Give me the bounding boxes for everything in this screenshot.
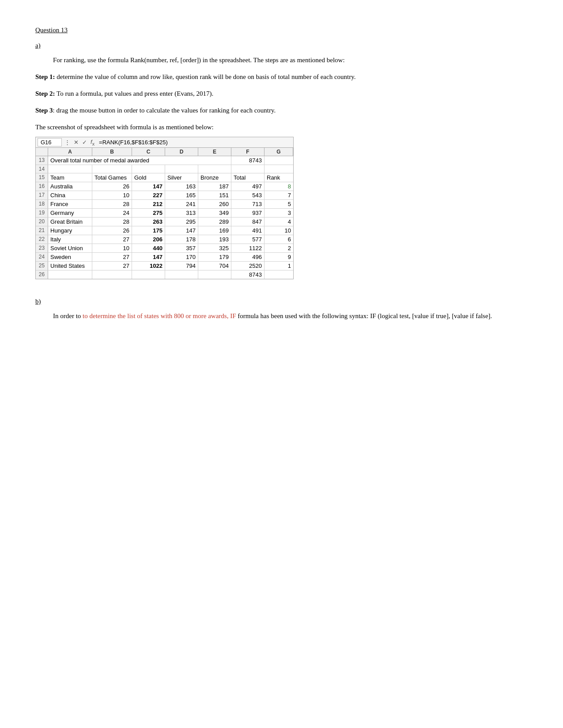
ss-cell-26-F: 8743 bbox=[231, 270, 264, 279]
row-num: 21 bbox=[36, 226, 48, 235]
ss-cell-21-C: 175 bbox=[132, 226, 165, 235]
section-b-red-text: to determine the list of states with 800… bbox=[83, 312, 236, 319]
row-num: 26 bbox=[36, 270, 48, 279]
step1-paragraph: Step 1: determine the value of column an… bbox=[35, 71, 528, 82]
ss-cell-15-A: Team bbox=[48, 173, 92, 182]
section-b: b) In order to to determine the list of … bbox=[35, 298, 528, 321]
ss-cell-14-C bbox=[132, 165, 165, 173]
ss-cell-25-B: 27 bbox=[92, 262, 132, 270]
ss-cell-24-G: 9 bbox=[264, 253, 293, 261]
ss-cell-14-G bbox=[264, 165, 293, 173]
row-num: 24 bbox=[36, 253, 48, 261]
table-row: 15 Team Total Games Gold Silver Bronze T… bbox=[36, 173, 293, 182]
ss-cell-15-G: Rank bbox=[264, 173, 293, 182]
table-row: 16 Australia 26 147 163 187 497 8 bbox=[36, 182, 293, 191]
col-header-C: C bbox=[132, 148, 165, 156]
formula-x-icon: ✕ bbox=[73, 139, 79, 146]
ss-cell-17-A: China bbox=[48, 191, 92, 199]
step3-paragraph: Step 3: drag the mouse button in order t… bbox=[35, 105, 528, 116]
ss-cell-19-D: 313 bbox=[165, 209, 198, 217]
ss-cell-18-A: France bbox=[48, 200, 92, 208]
ss-cell-17-C: 227 bbox=[132, 191, 165, 199]
section-b-paragraph: In order to to determine the list of sta… bbox=[35, 311, 528, 321]
row-num: 20 bbox=[36, 218, 48, 226]
step1-text: determine the value of column and row li… bbox=[55, 73, 356, 80]
question-title: Question 13 bbox=[35, 26, 528, 34]
ss-cell-23-G: 2 bbox=[264, 244, 293, 252]
table-row: 20 Great Britain 28 263 295 289 847 4 bbox=[36, 218, 293, 226]
table-row: 14 bbox=[36, 165, 293, 173]
col-header-G: G bbox=[264, 148, 293, 156]
ss-cell-24-C: 147 bbox=[132, 253, 165, 261]
ss-cell-23-E: 325 bbox=[198, 244, 231, 252]
screenshot-label: The screenshot of spreadsheet with formu… bbox=[35, 122, 528, 132]
ss-cell-15-C: Gold bbox=[132, 173, 165, 182]
ss-cell-16-A: Australia bbox=[48, 182, 92, 191]
ss-cell-22-E: 193 bbox=[198, 235, 231, 244]
ss-cell-13-G bbox=[264, 156, 293, 165]
ss-cell-21-F: 491 bbox=[231, 226, 264, 235]
row-num: 22 bbox=[36, 235, 48, 244]
ss-cell-14-F bbox=[231, 165, 264, 173]
ss-cell-20-E: 289 bbox=[198, 218, 231, 226]
ss-cell-20-F: 847 bbox=[231, 218, 264, 226]
ss-cell-23-F: 1122 bbox=[231, 244, 264, 252]
ss-cell-24-F: 496 bbox=[231, 253, 264, 261]
row-num-header bbox=[36, 148, 48, 156]
ss-cell-18-G: 5 bbox=[264, 200, 293, 208]
ss-cell-20-D: 295 bbox=[165, 218, 198, 226]
step3-bold: Step 3 bbox=[35, 107, 53, 114]
ss-cell-23-C: 440 bbox=[132, 244, 165, 252]
step2-bold: Step 2: bbox=[35, 90, 55, 97]
ss-cell-26-A bbox=[48, 270, 92, 279]
ss-cell-25-D: 794 bbox=[165, 262, 198, 270]
step1-bold: Step 1: bbox=[35, 73, 55, 80]
ss-cell-22-A: Italy bbox=[48, 235, 92, 244]
col-header-F: F bbox=[231, 148, 264, 156]
table-row: 17 China 10 227 165 151 543 7 bbox=[36, 191, 293, 200]
ss-cell-16-C: 147 bbox=[132, 182, 165, 191]
step2-paragraph: Step 2: To run a formula, put values and… bbox=[35, 88, 528, 99]
ss-cell-22-G: 6 bbox=[264, 235, 293, 244]
ss-cell-24-B: 27 bbox=[92, 253, 132, 261]
ss-cell-19-B: 24 bbox=[92, 209, 132, 217]
row-num: 19 bbox=[36, 209, 48, 217]
step2-text: To run a formula, put values and press e… bbox=[55, 90, 214, 97]
col-header-D: D bbox=[165, 148, 198, 156]
ss-cell-22-D: 178 bbox=[165, 235, 198, 244]
row-num: 25 bbox=[36, 262, 48, 270]
ss-cell-13-F: 8743 bbox=[231, 156, 264, 165]
ss-cell-22-B: 27 bbox=[92, 235, 132, 244]
ss-cell-16-B: 26 bbox=[92, 182, 132, 191]
ss-cell-18-F: 713 bbox=[231, 200, 264, 208]
ss-cell-24-A: Sweden bbox=[48, 253, 92, 261]
formula-fx-icon: fx bbox=[90, 139, 95, 146]
ss-cell-20-C: 263 bbox=[132, 218, 165, 226]
col-header-E: E bbox=[198, 148, 231, 156]
ss-cell-22-F: 577 bbox=[231, 235, 264, 244]
ss-cell-15-F: Total bbox=[231, 173, 264, 182]
ss-cell-23-B: 10 bbox=[92, 244, 132, 252]
ss-cell-19-C: 275 bbox=[132, 209, 165, 217]
ss-cell-16-F: 497 bbox=[231, 182, 264, 191]
ss-cell-15-E: Bronze bbox=[198, 173, 231, 182]
ss-cell-23-A: Soviet Union bbox=[48, 244, 92, 252]
ss-cell-23-D: 357 bbox=[165, 244, 198, 252]
column-headers-row: A B C D E F G bbox=[36, 148, 293, 156]
ss-cell-24-D: 170 bbox=[165, 253, 198, 261]
ss-cell-20-G: 4 bbox=[264, 218, 293, 226]
ss-cell-26-G bbox=[264, 270, 293, 279]
row-num: 17 bbox=[36, 191, 48, 199]
ss-cell-24-E: 179 bbox=[198, 253, 231, 261]
col-header-B: B bbox=[92, 148, 132, 156]
intro-paragraph: For ranking, use the formula Rank(number… bbox=[35, 55, 528, 65]
step3-text: : drag the mouse button in order to calc… bbox=[53, 107, 276, 114]
table-row: 24 Sweden 27 147 170 179 496 9 bbox=[36, 253, 293, 262]
ss-cell-20-A: Great Britain bbox=[48, 218, 92, 226]
ss-cell-25-E: 704 bbox=[198, 262, 231, 270]
ss-cell-19-G: 3 bbox=[264, 209, 293, 217]
row-num: 14 bbox=[36, 165, 48, 173]
ss-cell-14-B bbox=[92, 165, 132, 173]
ss-cell-25-G: 1 bbox=[264, 262, 293, 270]
ss-cell-14-A bbox=[48, 165, 92, 173]
